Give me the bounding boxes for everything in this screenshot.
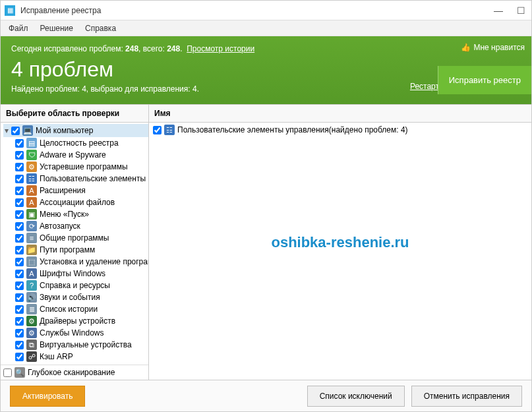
left-pane-header: Выберите область проверки (1, 105, 148, 123)
tree-item-checkbox[interactable] (15, 163, 24, 171)
tree-item-checkbox[interactable] (15, 317, 24, 326)
deep-scan-row[interactable]: 🔍 Глубокое сканирование (1, 365, 148, 380)
tree-item[interactable]: AРасширения (15, 185, 148, 196)
window-title: Исправление реестра (20, 6, 492, 15)
tree-item-checkbox[interactable] (15, 234, 24, 243)
fixed-today: 248 (125, 44, 138, 53)
tree-item-label: Расширения (40, 186, 86, 195)
stats-prefix: Сегодня исправлено проблем: (11, 44, 125, 53)
results-list[interactable]: ☷Пользовательские элементы управления(на… (149, 123, 531, 380)
tree-item-label: Меню «Пуск» (40, 210, 89, 219)
tree-item-checkbox[interactable] (15, 198, 24, 207)
tree-item-label: Звуки и события (40, 293, 100, 302)
root-checkbox[interactable] (11, 127, 20, 135)
tree-item-checkbox[interactable] (15, 270, 24, 278)
tree-item-checkbox[interactable] (15, 175, 24, 183)
bottom-bar: Активировать Список исключений Отменить … (1, 380, 531, 411)
tree-item[interactable]: ⚙Устаревшие программы (15, 161, 148, 173)
category-icon: ⚙ (26, 328, 37, 338)
tree-item[interactable]: AШрифты Windows (15, 268, 148, 280)
restart-link[interactable]: Рестарт (410, 82, 439, 91)
tree-item-label: Службы Windows (40, 328, 103, 338)
tree-item[interactable]: AАссоциации файлов (15, 196, 148, 208)
tree-item-checkbox[interactable] (15, 222, 24, 231)
menu-solution[interactable]: Решение (40, 24, 73, 33)
tree-item-checkbox[interactable] (15, 246, 24, 254)
collapse-icon[interactable]: ▾ (5, 126, 9, 135)
tree-item-label: Справка и ресурсы (40, 281, 110, 290)
scan-area-tree[interactable]: ▾ 💻 Мой компьютер ▤Целостность реестра🛡A… (1, 123, 148, 365)
tree-item-checkbox[interactable] (15, 353, 24, 361)
tree-item[interactable]: 🔊Звуки и события (15, 291, 148, 303)
deep-scan-label: Глубокое сканирование (28, 368, 115, 377)
tree-item-checkbox[interactable] (15, 187, 24, 195)
category-icon: A (26, 185, 37, 196)
category-icon: ⚙ (26, 316, 37, 326)
category-icon: ≡ (26, 233, 37, 243)
tree-item[interactable]: ⬚Установка и удаление программ (15, 256, 148, 268)
tree-item[interactable]: ⟳Автозапуск (15, 220, 148, 232)
tree-item-checkbox[interactable] (15, 139, 24, 148)
tree-item[interactable]: ▤Целостность реестра (15, 137, 148, 149)
tree-item[interactable]: ☍Кэш ARP (15, 351, 148, 363)
list-row-checkbox[interactable] (153, 126, 162, 134)
category-icon: 🛡 (26, 150, 37, 160)
status-banner: Сегодня исправлено проблем: 248, всего: … (1, 36, 531, 104)
stats-mid: , всего: (138, 44, 167, 53)
category-icon: ▤ (26, 138, 37, 148)
menu-help[interactable]: Справка (85, 24, 116, 33)
tree-item[interactable]: ?Справка и ресурсы (15, 280, 148, 291)
deep-scan-checkbox[interactable] (3, 368, 12, 377)
cancel-fixes-button[interactable]: Отменить исправления (411, 386, 522, 407)
tree-item-label: Устаревшие программы (40, 162, 128, 171)
tree-item-label: Драйверы устройств (40, 316, 115, 326)
tree-item[interactable]: ≡Общие программы (15, 232, 148, 244)
exclusions-button[interactable]: Список исключений (307, 386, 405, 407)
tree-item[interactable]: ≣Список истории (15, 303, 148, 315)
tree-item[interactable]: ▣Меню «Пуск» (15, 208, 148, 220)
like-label: Мне нравится (473, 43, 525, 52)
right-pane-header: Имя (149, 105, 531, 123)
tree-item-checkbox[interactable] (15, 341, 24, 349)
tree-item-label: Пути программ (40, 245, 95, 254)
tree-item-checkbox[interactable] (15, 151, 24, 160)
tree-item-checkbox[interactable] (15, 293, 24, 302)
category-icon: ? (26, 280, 37, 291)
tree-item-label: Целостность реестра (40, 138, 119, 148)
tree-root[interactable]: ▾ 💻 Мой компьютер (3, 124, 148, 137)
app-icon: ▦ (5, 5, 15, 16)
category-icon: ▣ (26, 209, 37, 220)
category-icon: ⚙ (26, 162, 37, 172)
category-icon: ⟳ (26, 221, 37, 231)
tree-item[interactable]: ⧉Виртуальные устройства (15, 339, 148, 351)
tree-item[interactable]: ☷Пользовательские элементы (15, 173, 148, 185)
minimize-button[interactable]: — (492, 5, 505, 16)
category-icon: ⧉ (26, 339, 37, 350)
tree-item[interactable]: ⚙Службы Windows (15, 327, 148, 339)
like-button[interactable]: 👍 Мне нравится (461, 43, 525, 52)
activate-button[interactable]: Активировать (10, 386, 85, 407)
list-row[interactable]: ☷Пользовательские элементы управления(на… (149, 123, 531, 137)
tree-item[interactable]: 🛡Adware и Spyware (15, 149, 148, 161)
tree-item-checkbox[interactable] (15, 210, 24, 219)
tree-item[interactable]: 📁Пути программ (15, 244, 148, 256)
category-icon: A (26, 268, 37, 279)
list-row-label: Пользовательские элементы управления(най… (177, 125, 408, 134)
tree-item-checkbox[interactable] (15, 305, 24, 314)
tree-item-label: Adware и Spyware (40, 150, 106, 160)
tree-item-checkbox[interactable] (15, 281, 24, 290)
menu-file[interactable]: Файл (9, 24, 28, 33)
tree-children: ▤Целостность реестра🛡Adware и Spyware⚙Ус… (3, 137, 148, 363)
fix-registry-button[interactable]: Исправить реестр (438, 66, 531, 94)
tree-item-checkbox[interactable] (15, 329, 24, 338)
computer-icon: 💻 (22, 125, 33, 136)
thumbs-up-icon: 👍 (461, 43, 471, 52)
tree-item-label: Шрифты Windows (40, 269, 105, 278)
category-icon: ☷ (26, 173, 37, 184)
category-icon: 📁 (26, 245, 37, 255)
tree-item[interactable]: ⚙Драйверы устройств (15, 315, 148, 327)
maximize-button[interactable]: ☐ (514, 5, 527, 16)
history-link[interactable]: Просмотр истории (187, 44, 254, 53)
tree-item-checkbox[interactable] (15, 258, 24, 266)
tree-item-label: Автозапуск (40, 221, 80, 231)
